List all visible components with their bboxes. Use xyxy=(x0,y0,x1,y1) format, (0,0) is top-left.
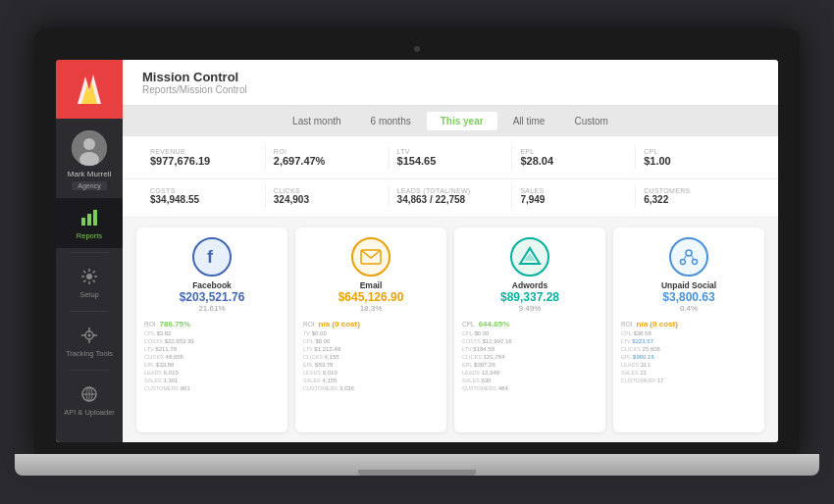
adwords-epl: $287.26 xyxy=(474,362,495,368)
sidebar-item-setup[interactable]: Setup xyxy=(56,257,123,307)
sidebar-label-setup: Setup xyxy=(79,290,99,299)
stat-ltv-label: LTV xyxy=(397,148,504,155)
sidebar-divider-2 xyxy=(70,311,110,312)
page-subtitle: Reports/Mission Control xyxy=(142,84,758,95)
stat-costs-label: COSTS xyxy=(150,187,257,194)
tracking-icon xyxy=(78,324,101,347)
social-clicks: 25,606 xyxy=(643,346,660,352)
svg-rect-5 xyxy=(81,218,85,226)
svg-line-27 xyxy=(692,255,695,260)
adwords-ltv: $184.58 xyxy=(473,346,495,352)
channel-email-name: Email xyxy=(303,280,439,290)
social-roi-value: n/a (0 cost) xyxy=(637,320,678,328)
facebook-epl: $33.86 xyxy=(156,362,174,368)
facebook-customers: 961 xyxy=(181,385,190,391)
sidebar-label-api: API & Uploader xyxy=(64,408,115,417)
stat-clicks-label: CLICKS xyxy=(274,187,381,194)
facebook-costs: $22,953.39 xyxy=(165,338,194,344)
sidebar: Mark Murrell Agency Reports xyxy=(56,60,123,442)
filter-bar: Last month 6 months This year All time C… xyxy=(123,106,778,136)
sidebar-item-tracking[interactable]: Tracking Tools xyxy=(56,316,123,366)
main-content: Mission Control Reports/Mission Control … xyxy=(123,60,778,442)
channel-adwords-name: Adwords xyxy=(462,280,598,290)
stat-cpl-label: CPL xyxy=(644,148,751,155)
email-customers: 3,036 xyxy=(339,385,354,391)
adwords-costs: $11,997.16 xyxy=(483,338,512,344)
adwords-customers: 484 xyxy=(498,385,508,391)
channel-facebook: f Facebook $203,521.76 21.61% ROI 786.75… xyxy=(136,227,287,432)
svg-point-8 xyxy=(86,274,92,279)
filter-custom[interactable]: Custom xyxy=(560,112,621,130)
adwords-roi-value: 644.65% xyxy=(479,320,510,328)
facebook-ltv: $211.78 xyxy=(155,346,177,352)
email-icon xyxy=(351,237,391,277)
gear-icon xyxy=(78,265,101,288)
email-leads: 6,010 xyxy=(323,370,338,376)
sidebar-item-api[interactable]: API & Uploader xyxy=(56,375,123,425)
stat-customers-label: CUSTOMERS xyxy=(644,187,751,194)
email-sales: 4,155 xyxy=(322,378,337,383)
facebook-sales: 1,301 xyxy=(163,378,178,383)
stat-revenue-label: REVENUE xyxy=(150,148,257,155)
email-roi-value: n/a (0 cost) xyxy=(319,320,360,328)
social-roi-row: ROI n/a (0 cost) xyxy=(621,320,756,328)
facebook-cpl: $3.82 xyxy=(156,330,171,336)
stat-leads: LEADS (TOTAL/NEW) 34,863 / 22,758 xyxy=(390,185,513,207)
email-roi-label: ROI xyxy=(303,321,315,328)
filter-6-months[interactable]: 6 months xyxy=(357,112,425,130)
channel-adwords-revenue: $89,337.28 xyxy=(462,290,598,304)
facebook-icon: f xyxy=(192,237,232,277)
channel-facebook-revenue: $203,521.76 xyxy=(144,290,280,304)
stat-sales-value: 7,949 xyxy=(520,194,627,205)
sidebar-item-reports[interactable]: Reports xyxy=(56,198,123,248)
svg-point-10 xyxy=(88,333,91,336)
facebook-leads: 6,010 xyxy=(164,370,179,376)
stat-clicks-value: 324,903 xyxy=(274,194,381,205)
stat-costs: COSTS $34,948.55 xyxy=(142,185,266,207)
social-cpl: $38.58 xyxy=(633,330,651,336)
stat-roi-label: ROI xyxy=(274,148,381,155)
svg-point-25 xyxy=(693,260,698,265)
svg-point-24 xyxy=(681,260,686,265)
stats-row-1: REVENUE $977,676.19 ROI 2,697.47% LTV $1… xyxy=(123,136,778,179)
svg-rect-7 xyxy=(93,210,97,226)
svg-text:f: f xyxy=(207,247,214,267)
stat-cpl: CPL $1.00 xyxy=(636,146,758,169)
stat-costs-value: $34,948.55 xyxy=(150,194,257,205)
user-role: Agency xyxy=(72,181,106,190)
stats-row-2: COSTS $34,948.55 CLICKS 324,903 LEADS (T… xyxy=(123,179,778,218)
channel-email-percent: 18.3% xyxy=(303,304,439,313)
channel-social-revenue: $3,800.63 xyxy=(621,290,756,304)
email-tv: $0.00 xyxy=(312,330,327,336)
laptop-screen-outer: Mark Murrell Agency Reports xyxy=(34,28,800,454)
sidebar-label-tracking: Tracking Tools xyxy=(66,349,113,358)
user-name: Mark Murrell xyxy=(68,170,111,179)
stat-epl-label: EPL xyxy=(520,148,627,155)
stat-ltv-value: $154.65 xyxy=(397,155,504,167)
stat-cpl-value: $1.00 xyxy=(644,155,751,167)
channel-email-revenue: $645,126.90 xyxy=(303,290,439,304)
filter-this-year[interactable]: This year xyxy=(427,112,497,130)
chart-icon xyxy=(78,206,101,229)
filter-last-month[interactable]: Last month xyxy=(279,112,354,130)
stat-clicks: CLICKS 324,903 xyxy=(266,185,390,207)
filter-all-time[interactable]: All time xyxy=(499,112,559,130)
svg-point-3 xyxy=(83,138,95,150)
stat-customers-value: 6,322 xyxy=(644,194,751,205)
social-epl: $950.16 xyxy=(633,354,654,360)
logo-icon xyxy=(72,65,107,115)
channels-area: f Facebook $203,521.76 21.61% ROI 786.75… xyxy=(123,218,778,442)
sidebar-divider-3 xyxy=(70,370,110,371)
stat-revenue-value: $977,676.19 xyxy=(150,155,257,167)
social-icon xyxy=(669,237,708,277)
stat-customers: CUSTOMERS 6,322 xyxy=(636,185,758,207)
api-icon xyxy=(78,382,101,406)
adwords-roi-row: CPL 644.65% xyxy=(462,320,598,328)
stat-roi-value: 2,697.47% xyxy=(274,155,381,167)
social-ltv: $223.57 xyxy=(632,338,653,344)
facebook-roi-row: ROI 786.75% xyxy=(144,320,280,328)
adwords-sales: 630 xyxy=(481,378,491,383)
channel-unpaid-social: Unpaid Social $3,800.63 0.4% ROI n/a (0 … xyxy=(613,227,764,432)
page-title: Mission Control xyxy=(142,70,758,84)
laptop-base xyxy=(15,454,819,476)
